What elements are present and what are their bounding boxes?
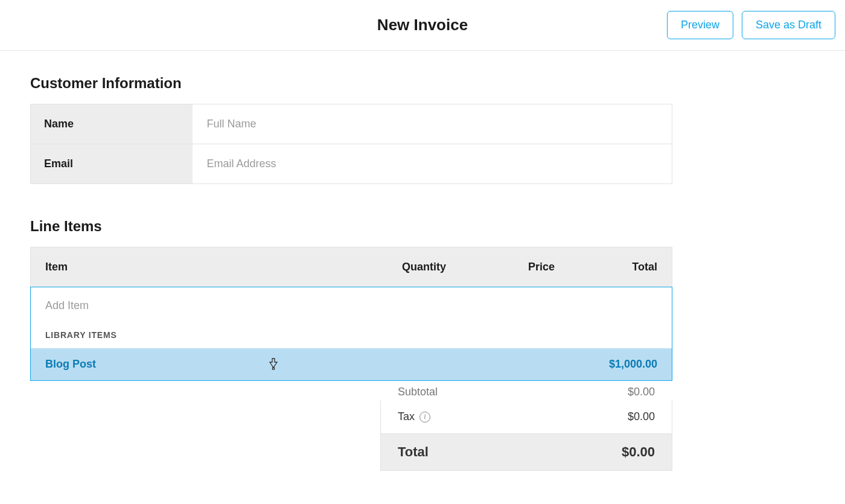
email-label: Email [31,144,193,184]
summary-panel: Subtotal $0.00 Tax i $0.00 Total $0.00 [380,400,672,471]
subtotal-label: Subtotal [398,386,438,398]
subtotal-value: $0.00 [628,386,655,398]
email-input[interactable] [193,144,672,183]
library-item-name: Blog Post [45,358,96,371]
total-label: Total [398,444,429,460]
info-icon[interactable]: i [419,412,430,423]
line-items-table: Item Quantity Price Total Add Item LIBRA… [30,247,672,288]
line-items-section-title: Line Items [30,218,815,235]
header-actions: Preview Save as Draft [667,11,835,39]
page-header: New Invoice Preview Save as Draft [0,0,845,51]
content-area: Customer Information Name Email Line Ite… [0,51,845,312]
line-items-header-row: Item Quantity Price Total [31,247,672,287]
total-value: $0.00 [622,444,655,460]
svg-rect-0 [273,368,275,369]
customer-form: Name Email [30,104,672,184]
customer-section: Customer Information Name Email [30,75,815,184]
item-dropdown: Add Item LIBRARY ITEMS Blog Post $1,000.… [30,287,672,381]
column-header-total: Total [555,261,657,273]
column-header-item: Item [45,261,343,273]
page-title: New Invoice [377,16,468,34]
column-header-quantity: Quantity [343,261,446,273]
total-row: Total $0.00 [381,434,672,470]
library-item-price: $1,000.00 [609,358,657,371]
tax-row: Tax i $0.00 [381,400,672,434]
cursor-icon [267,357,279,371]
column-header-price: Price [446,261,555,273]
name-input[interactable] [193,104,672,144]
line-items-section: Line Items Item Quantity Price Total Add… [30,218,815,288]
save-as-draft-button[interactable]: Save as Draft [742,11,835,39]
tax-label: Tax [398,410,415,423]
tax-value: $0.00 [628,410,655,423]
add-item-input[interactable]: Add Item [31,287,672,328]
customer-section-title: Customer Information [30,75,815,92]
library-item-blog-post[interactable]: Blog Post $1,000.00 [31,348,672,380]
name-label: Name [31,104,193,144]
library-items-heading: LIBRARY ITEMS [31,328,672,348]
add-item-placeholder: Add Item [45,299,89,311]
preview-button[interactable]: Preview [667,11,733,39]
